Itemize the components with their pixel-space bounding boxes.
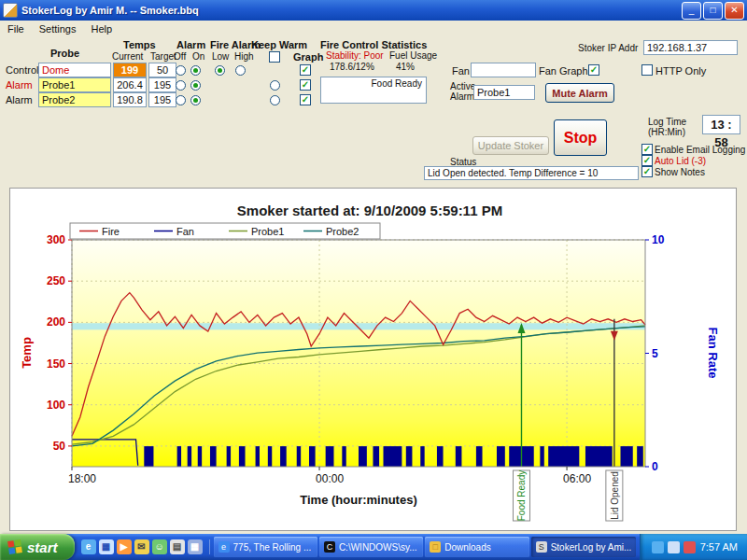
fire-alarm-high-radio[interactable] xyxy=(235,65,246,76)
internet-explorer-icon: e xyxy=(218,541,230,553)
close-button[interactable]: ✕ xyxy=(725,2,744,20)
minimize-button[interactable]: _ xyxy=(682,2,701,20)
notepad-icon[interactable]: ▤ xyxy=(170,539,185,554)
fire-alarm-low-radio[interactable] xyxy=(215,65,225,76)
security-icon[interactable] xyxy=(684,541,696,553)
update-stoker-button[interactable]: Update Stoker xyxy=(472,136,549,155)
menu-help[interactable]: Help xyxy=(83,21,120,36)
show-desktop-icon[interactable]: ▦ xyxy=(99,539,114,554)
taskbar-button[interactable]: CC:\WINDOWS\sy... xyxy=(319,537,423,557)
taskbar-button-label: StokerLog by Ami... xyxy=(551,542,631,553)
stop-button[interactable]: Stop xyxy=(554,119,607,156)
fan-field[interactable] xyxy=(471,63,536,77)
keep-warm-radio[interactable] xyxy=(270,95,280,105)
taskbar-button-label: Downloads xyxy=(444,542,490,553)
minimize-icon: _ xyxy=(689,6,695,15)
menu-settings[interactable]: Settings xyxy=(32,21,84,36)
network-icon[interactable] xyxy=(652,541,664,553)
svg-text:5: 5 xyxy=(652,347,658,360)
probe-name-field[interactable]: Probe1 xyxy=(38,77,111,92)
auto-lid-label: Auto Lid (-3) xyxy=(655,156,706,166)
alarm-on-radio[interactable] xyxy=(190,65,201,76)
taskbar-button[interactable]: e775, The Rolling ... xyxy=(214,537,317,557)
target-temp-field[interactable]: 195 xyxy=(148,77,176,92)
alarm-on-radio[interactable] xyxy=(190,95,201,105)
folder-icon: □ xyxy=(430,541,441,553)
taskbar-button[interactable]: SStokerLog by Ami... xyxy=(531,537,636,557)
fuel-usage-label: Fuel Usage xyxy=(389,50,437,61)
probe-name-field[interactable]: Dome xyxy=(38,63,111,77)
target-temp-field[interactable]: 195 xyxy=(148,92,176,107)
stability-label: Stability: Poor xyxy=(326,50,384,61)
fire-alarm-low-header: Low xyxy=(212,51,229,62)
keep-warm-header: Keep Warm xyxy=(251,39,307,50)
graph-header: Graph xyxy=(293,51,323,63)
chart-title: Smoker started at: 9/10/2009 5:59:11 PM xyxy=(237,203,502,218)
svg-text:06:00: 06:00 xyxy=(563,472,591,485)
alarm-on-radio[interactable] xyxy=(190,80,201,91)
temps-header: Temps xyxy=(123,39,156,50)
alarm-header: Alarm xyxy=(176,39,205,50)
media-player-icon[interactable]: ▶ xyxy=(117,539,132,554)
current-temp-field: 199 xyxy=(113,63,147,77)
menu-file[interactable]: File xyxy=(0,21,32,36)
close-icon: ✕ xyxy=(730,6,738,15)
calculator-icon[interactable]: ▦ xyxy=(188,539,203,554)
alarm-row-label: Alarm xyxy=(6,79,33,91)
graph-checkbox[interactable] xyxy=(300,79,311,91)
taskbar-button[interactable]: □Downloads xyxy=(425,537,529,557)
taskbar-window-buttons: e775, The Rolling ...CC:\WINDOWS\sy...□D… xyxy=(210,537,640,557)
enable-email-logging-checkbox[interactable] xyxy=(641,144,653,155)
fan-label: Fan xyxy=(452,65,470,77)
x-axis-label: Time (hour:minutes) xyxy=(300,493,416,507)
maximize-icon: □ xyxy=(710,6,715,15)
graph-checkbox[interactable] xyxy=(300,94,311,105)
internet-explorer-icon[interactable]: e xyxy=(81,539,96,554)
probe-name-field[interactable]: Probe2 xyxy=(38,92,111,107)
volume-icon[interactable] xyxy=(668,541,680,553)
alarm-off-radio[interactable] xyxy=(176,80,186,91)
show-notes-checkbox[interactable] xyxy=(641,166,653,177)
fan-graph-checkbox[interactable] xyxy=(588,64,599,76)
graph-checkbox[interactable] xyxy=(300,64,311,76)
stoker-ip-field[interactable]: 192.168.1.37 xyxy=(643,40,738,55)
keep-warm-radio[interactable] xyxy=(270,80,280,91)
svg-text:200: 200 xyxy=(47,315,65,329)
y-axis-label-fan-rate: Fan Rate xyxy=(706,328,720,379)
svg-text:300: 300 xyxy=(47,233,65,246)
svg-text:Fan: Fan xyxy=(176,226,194,237)
tray-icons xyxy=(652,541,696,553)
control-row-label: Control xyxy=(6,64,38,76)
outlook-icon[interactable]: ✉ xyxy=(134,539,149,554)
probe-column-header: Probe xyxy=(50,48,79,59)
http-only-checkbox[interactable] xyxy=(641,64,653,76)
taskbar-button-label: 775, The Rolling ... xyxy=(233,542,312,553)
food-ready-box: Food Ready xyxy=(320,77,427,104)
svg-text:Food Ready: Food Ready xyxy=(516,470,527,521)
target-temp-field[interactable]: 50 xyxy=(148,63,176,77)
svg-text:100: 100 xyxy=(47,399,65,412)
start-button[interactable]: start xyxy=(0,534,75,560)
status-field: Lid Open detected. Temp Difference = 10 xyxy=(424,166,639,180)
alarm-off-radio[interactable] xyxy=(176,95,186,105)
taskbar: start e▦▶✉☺▤▦ e775, The Rolling ...CC:\W… xyxy=(0,534,747,560)
svg-text:150: 150 xyxy=(47,357,65,371)
system-tray: 7:57 AM xyxy=(640,534,747,560)
show-notes-label: Show Notes xyxy=(655,167,705,177)
active-alarm-field: Probe1 xyxy=(473,85,535,100)
fuel-usage-value: 41% xyxy=(396,62,415,72)
keep-warm-checkbox[interactable] xyxy=(269,51,280,63)
auto-lid-checkbox[interactable] xyxy=(641,155,653,166)
fan-graph-label: Fan Graph xyxy=(539,65,588,77)
log-time-display: 13 : 58 xyxy=(702,115,740,134)
log-time-label: Log Time xyxy=(648,117,686,127)
fire-alarm-high-header: High xyxy=(234,51,254,62)
messenger-icon[interactable]: ☺ xyxy=(152,539,167,554)
desktop: StokerLog by Amir M. -- Smoker.bbq _ □ ✕… xyxy=(0,0,747,560)
window-title: StokerLog by Amir M. -- Smoker.bbq xyxy=(21,5,680,16)
current-header: Current xyxy=(112,51,143,62)
maximize-button[interactable]: □ xyxy=(703,2,723,20)
alarm-off-radio[interactable] xyxy=(176,65,186,76)
stability-value: 178.6/12% xyxy=(330,62,374,72)
mute-alarm-button[interactable]: Mute Alarm xyxy=(545,83,614,103)
